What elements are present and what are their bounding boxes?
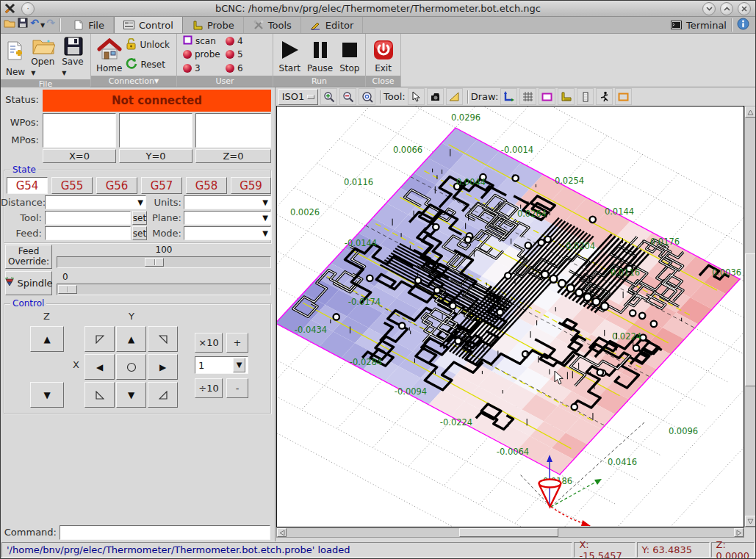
select-tool-icon[interactable] [408,88,425,105]
canvas-hscrollbar[interactable] [276,527,744,538]
start-button[interactable]: Start [277,35,303,74]
step-combobox[interactable]: 1 ▼ [195,356,248,374]
feed-override-slider-handle[interactable] [145,258,164,267]
scroll-right-icon[interactable] [734,528,744,537]
jog-z-up-button[interactable]: ▲ [30,326,64,352]
mode-combobox[interactable]: ▼ [184,226,271,240]
scroll-up-icon[interactable] [745,107,756,118]
gcode-g59-button[interactable]: G59 [231,177,271,194]
user-button-6[interactable]: 6 [226,62,267,74]
jog-xy-downright-button[interactable] [148,382,178,408]
zero-x-button[interactable]: X=0 [43,149,116,163]
wpos-x-cell[interactable] [43,113,116,148]
tab-control[interactable]: Control [114,17,183,33]
distance-combobox[interactable]: ▼ [45,195,146,209]
user-button-probe[interactable]: probe [183,48,224,60]
pause-button[interactable]: Pause [305,35,335,74]
tab-probe[interactable]: Probe [183,17,244,33]
tab-file[interactable]: File [64,17,114,33]
draw-axes-icon[interactable] [500,88,517,105]
feed-override-value: 100 [57,245,271,255]
jog-y-down-button[interactable]: ▼ [116,382,146,408]
jog-y-up-button[interactable]: ▲ [116,326,146,352]
jog-xy-upright-button[interactable] [148,326,178,352]
home-button[interactable]: Home [94,35,124,74]
feed-set-button[interactable]: set [132,226,147,240]
draw-margins-icon[interactable] [539,88,555,105]
jog-x-plus-button[interactable]: ▶ [148,354,178,380]
spindle-slider[interactable] [57,284,271,295]
zero-y-button[interactable]: Y=0 [119,149,192,163]
canvas-area[interactable]: 0.0296-0.00140.02540.01440.01760.00360.0… [276,106,744,527]
hscroll-thumb[interactable] [459,528,558,537]
step-mul10-button[interactable]: ×10 [195,333,223,353]
step-plus-button[interactable]: + [226,333,248,353]
save-button[interactable]: Save ▼ [60,35,87,78]
draw-workarea-icon[interactable] [577,88,594,105]
draw-paths-icon[interactable] [596,88,613,105]
jog-xy-upleft-button[interactable] [84,326,115,352]
gcode-g55-button[interactable]: G55 [51,177,93,194]
pan-tool-icon[interactable] [427,88,444,105]
open-icon[interactable] [4,17,15,29]
redo-icon[interactable]: ↷ [45,17,57,29]
terminal-label[interactable]: Terminal [686,20,727,31]
scroll-left-icon[interactable] [277,528,287,537]
ruler-tool-icon[interactable] [446,88,463,105]
step-minus-button[interactable]: - [226,378,248,398]
zoom-out-icon[interactable] [339,88,356,105]
titlebar[interactable]: bCNC: /home/bnv/prg/elec/Thermometer/The… [1,1,755,17]
user-button-5[interactable]: 5 [226,48,267,60]
draw-ruler-icon[interactable] [558,88,575,105]
tab-tools[interactable]: Tools [244,17,301,33]
spindle-slider-handle[interactable] [58,285,77,294]
stop-button[interactable]: Stop [337,35,361,74]
feed-override-slider[interactable] [57,256,271,268]
info-icon[interactable] [737,18,749,32]
vscroll-thumb[interactable] [745,253,756,386]
gcode-canvas: 0.0296-0.00140.02540.01440.01760.00360.0… [277,107,744,527]
gcode-g58-button[interactable]: G58 [186,177,227,194]
units-combobox[interactable]: ▼ [184,195,271,209]
draw-grid-icon[interactable] [519,88,536,105]
tool-set-button[interactable]: set [132,211,147,225]
ribbon-group-label-connection[interactable]: Connection ▼ [91,76,176,87]
unlock-button[interactable]: Unlock [126,38,170,52]
zoom-in-icon[interactable] [320,88,337,105]
gcode-g56-button[interactable]: G56 [96,177,137,194]
tab-editor[interactable]: Editor [301,17,363,33]
zoom-fit-icon[interactable] [359,88,375,105]
new-button[interactable]: New [4,35,27,78]
jog-x-minus-button[interactable]: ◀ [84,354,115,380]
feed-override-button[interactable]: Feed Override: [5,245,52,269]
jog-z-down-button[interactable]: ▼ [30,382,64,408]
spindle-button[interactable]: Spindle [5,271,52,295]
canvas-vscrollbar[interactable] [744,106,756,527]
scroll-down-icon[interactable] [745,516,756,527]
feed-entry[interactable] [45,226,131,240]
jog-xy-downleft-button[interactable] [84,382,115,408]
plane-combobox[interactable]: ▼ [184,211,271,225]
exit-button[interactable]: Exit [370,35,397,74]
user-button-4[interactable]: 4 [226,35,267,47]
user-button-scan[interactable]: scan [183,35,224,47]
step-dropdown-icon[interactable]: ▼ [233,358,245,372]
undo-icon[interactable]: ↶ [29,17,40,29]
view-select[interactable]: ISO1 [278,89,318,105]
step-div10-button[interactable]: ÷10 [195,378,223,398]
tool-entry[interactable] [45,211,131,225]
wpos-y-cell[interactable] [119,113,192,148]
zero-z-button[interactable]: Z=0 [195,149,271,163]
save-icon[interactable] [17,17,29,29]
statusbar-message: '/home/bnv/prg/elec/Thermometer/Thermome… [1,542,572,558]
gcode-g57-button[interactable]: G57 [141,177,182,194]
draw-camera-icon[interactable] [615,88,632,105]
command-input[interactable] [60,525,270,540]
scan-icon [183,35,192,47]
reset-button[interactable]: Reset [126,57,170,71]
jog-origin-button[interactable] [116,354,146,380]
user-button-3[interactable]: 3 [183,62,224,74]
wpos-z-cell[interactable] [195,113,271,148]
open-button[interactable]: Open ▼ [29,35,58,78]
gcode-g54-button[interactable]: G54 [7,177,48,194]
